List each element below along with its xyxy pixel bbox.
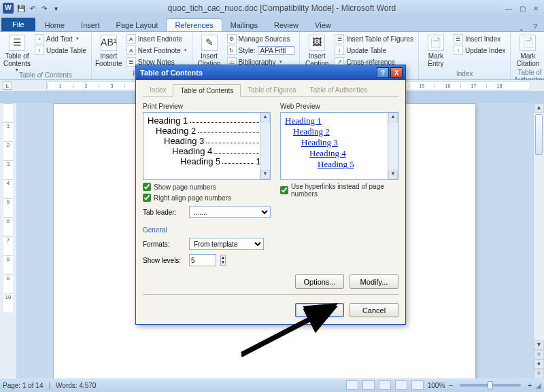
update-index-button[interactable]: !Update Index: [452, 45, 508, 56]
update-icon: !: [335, 46, 344, 55]
word-app-icon: W: [3, 3, 14, 14]
options-button[interactable]: Options...: [295, 274, 344, 289]
web-preview-label: Web Preview: [280, 103, 398, 110]
next-footnote-button[interactable]: ANext Footnote▾: [124, 45, 189, 56]
tab-leader-select[interactable]: .......: [189, 206, 271, 218]
view-print-layout-icon[interactable]: [346, 380, 358, 390]
zoom-thumb[interactable]: [488, 381, 493, 389]
group-label-index: Index: [422, 70, 508, 78]
ribbon-minimize-icon[interactable]: ˬ: [517, 22, 526, 31]
citation-icon: ✎: [201, 35, 218, 51]
undo-icon[interactable]: ↶: [28, 3, 37, 13]
tab-home[interactable]: Home: [37, 19, 73, 31]
dialog-titlebar[interactable]: Table of Contents ? X: [136, 65, 405, 80]
print-preview-scrollbar[interactable]: ▲▼: [260, 113, 270, 179]
right-align-checkbox[interactable]: Right align page numbers: [143, 194, 271, 202]
show-levels-spinner[interactable]: [189, 254, 216, 266]
tab-insert[interactable]: Insert: [73, 19, 108, 31]
cancel-button[interactable]: Cancel: [350, 303, 398, 317]
tab-review[interactable]: Review: [266, 19, 307, 31]
tab-page-layout[interactable]: Page Layout: [108, 19, 167, 31]
toc-button[interactable]: ☰ Table of Contents ▾: [3, 33, 31, 74]
vertical-scrollbar[interactable]: ▲ ▼ ≡ ● ≡: [533, 103, 544, 378]
browse-object-icon[interactable]: ●: [534, 359, 544, 369]
statusbar: Page: 1 of 14 | Words: 4,570 100% − + ◢: [0, 378, 544, 392]
insert-tof-button[interactable]: ☰Insert Table of Figures: [333, 33, 415, 44]
scroll-thumb[interactable]: [535, 114, 543, 155]
add-text-button[interactable]: +Add Text▾: [33, 33, 88, 44]
window-title: quoc_tich_cac_nuoc.doc [Compatibility Mo…: [61, 3, 503, 13]
print-preview-label: Print Preview: [143, 103, 271, 110]
dialog-tab-toc[interactable]: Table of Contents: [173, 84, 241, 97]
scroll-up-icon[interactable]: ▲: [534, 103, 544, 113]
dialog-tab-tof[interactable]: Table of Figures: [241, 84, 303, 96]
web-preview-scrollbar[interactable]: ▲▼: [388, 113, 398, 179]
view-outline-icon[interactable]: [395, 380, 407, 390]
style-icon: ↻: [227, 46, 237, 55]
zoom-slider[interactable]: [460, 384, 521, 387]
update-table-button[interactable]: !Update Table: [33, 45, 88, 56]
mark-citation-button[interactable]: 📄 Mark Citation: [513, 33, 542, 69]
toc-icon: ☰: [9, 35, 25, 51]
insert-endnote-button[interactable]: AInsert Endnote: [124, 33, 189, 44]
close-icon[interactable]: ✕: [530, 3, 541, 13]
prev-page-icon[interactable]: ≡: [534, 350, 544, 359]
manage-sources-icon: ⚙: [227, 34, 237, 43]
scroll-down-icon[interactable]: ▼: [534, 340, 544, 350]
show-page-numbers-checkbox[interactable]: Show page numbers: [143, 183, 271, 191]
insert-caption-button[interactable]: 🖼 Insert Caption: [303, 33, 331, 69]
insert-footnote-button[interactable]: AB¹ Insert Footnote: [95, 33, 123, 69]
dialog-help-icon[interactable]: ?: [377, 67, 389, 78]
show-notes-icon: ☰: [126, 57, 136, 67]
dialog-tab-toa[interactable]: Table of Authorities: [303, 84, 374, 96]
zoom-out-icon[interactable]: −: [449, 382, 453, 389]
view-full-screen-icon[interactable]: [362, 380, 375, 390]
modify-button[interactable]: Modify...: [350, 274, 398, 289]
insert-index-button[interactable]: ☰Insert Index: [452, 33, 508, 44]
add-text-icon: +: [35, 34, 44, 43]
manage-sources-button[interactable]: ⚙Manage Sources: [225, 33, 297, 44]
mark-entry-label: Mark Entry: [423, 52, 449, 67]
qat-dropdown-icon[interactable]: ▾: [51, 3, 61, 13]
tab-stop-selector[interactable]: L: [3, 82, 12, 90]
redo-icon[interactable]: ↷: [39, 3, 49, 13]
dialog-tab-index[interactable]: Index: [143, 84, 173, 96]
statusbar-resize-icon[interactable]: ◢: [536, 382, 541, 389]
word-count[interactable]: Words: 4,570: [56, 382, 96, 389]
next-page-icon[interactable]: ≡: [534, 369, 544, 378]
restore-icon[interactable]: ▢: [517, 3, 528, 13]
spinner-down-icon[interactable]: ▼: [221, 260, 225, 265]
mark-entry-icon: 📄: [428, 35, 444, 51]
vertical-ruler[interactable]: 12345678910: [0, 103, 16, 378]
save-icon[interactable]: 💾: [16, 3, 26, 13]
ok-button[interactable]: OK: [295, 303, 344, 317]
mark-entry-button[interactable]: 📄 Mark Entry: [422, 33, 450, 69]
dialog-close-icon[interactable]: X: [390, 67, 403, 78]
toc-dialog: Table of Contents ? X Index Table of Con…: [135, 65, 406, 325]
formats-select[interactable]: From template: [189, 238, 264, 250]
tab-leader-label: Tab leader:: [143, 209, 185, 216]
minimize-icon[interactable]: —: [503, 3, 514, 13]
dialog-title: Table of Contents: [139, 69, 375, 77]
spinner-up-icon[interactable]: ▲: [221, 255, 225, 260]
help-icon[interactable]: ?: [530, 22, 540, 31]
tof-icon: ☰: [335, 34, 344, 43]
update-tof-button[interactable]: !Update Table: [333, 45, 415, 56]
use-hyperlinks-checkbox[interactable]: Use hyperlinks instead of page numbers: [280, 183, 398, 198]
tab-view[interactable]: View: [307, 19, 339, 31]
view-draft-icon[interactable]: [411, 380, 424, 390]
general-section-label: General: [143, 226, 398, 234]
zoom-in-icon[interactable]: +: [528, 382, 532, 389]
page-indicator[interactable]: Page: 1 of 14: [3, 382, 44, 389]
tab-mailings[interactable]: Mailings: [222, 19, 266, 31]
view-web-layout-icon[interactable]: [379, 380, 391, 390]
zoom-level[interactable]: 100%: [428, 382, 445, 389]
citation-style-select[interactable]: ↻Style: APA Fiftl: [225, 45, 297, 56]
group-label-toc: Table of Contents: [3, 71, 88, 79]
ribbon-tabs: File Home Insert Page Layout References …: [0, 16, 544, 31]
tab-references[interactable]: References: [166, 18, 222, 31]
endnote-icon: A: [126, 34, 136, 43]
tab-file[interactable]: File: [1, 18, 35, 31]
insert-footnote-label: Insert Footnote: [95, 52, 122, 67]
mark-citation-icon: 📄: [520, 35, 536, 51]
